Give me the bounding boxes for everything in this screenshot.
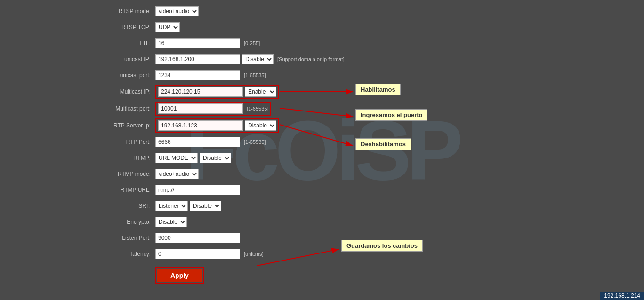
rtmp-controls: URL MODE Disable Enable bbox=[155, 153, 231, 163]
rtsp-mode-controls: video+audio bbox=[155, 6, 199, 16]
rtp-server-ip-highlight: 192.168.1.123 Disable Enable bbox=[155, 118, 279, 133]
multicast-ip-highlight: 224.120.120.15 Enable Disable bbox=[155, 85, 279, 99]
unicast-port-input[interactable]: 1234 bbox=[155, 70, 240, 80]
rtsp-tcp-label: RTSP TCP: bbox=[94, 24, 155, 31]
rtp-port-hint: [1-65535] bbox=[244, 139, 266, 145]
ttl-hint: [0-255] bbox=[244, 40, 260, 46]
rtmp-mode-label: RTMP mode: bbox=[94, 171, 155, 177]
listen-port-controls: 9000 bbox=[155, 233, 240, 243]
unicast-port-label: unicast port: bbox=[94, 72, 155, 79]
rtp-server-ip-input[interactable]: 192.168.1.123 bbox=[158, 120, 243, 131]
rtmp-mode-select[interactable]: video+audio bbox=[155, 169, 199, 179]
rtmp-select1[interactable]: URL MODE bbox=[155, 153, 198, 163]
unicast-ip-hint: [Support domain or ip format] bbox=[277, 56, 344, 62]
multicast-ip-input[interactable]: 224.120.120.15 bbox=[158, 87, 243, 97]
ttl-row: TTL: 16 [0-255] bbox=[94, 37, 635, 50]
latency-input[interactable]: 0 bbox=[155, 249, 240, 259]
rtmp-url-input[interactable]: rtmp:// bbox=[155, 185, 240, 195]
rtmp-select2[interactable]: Disable Enable bbox=[200, 153, 231, 163]
unicast-port-hint: [1-65535] bbox=[244, 72, 266, 78]
callout-deshabilitamos: Deshabilitamos bbox=[355, 138, 411, 150]
rtsp-tcp-select[interactable]: UDP TCP bbox=[155, 22, 180, 32]
multicast-port-input[interactable]: 10001 bbox=[158, 103, 243, 114]
latency-label: latency: bbox=[94, 251, 155, 257]
callout-guardamos: Guardamos los cambios bbox=[341, 240, 423, 252]
srt-select1[interactable]: Listener Caller bbox=[155, 201, 188, 211]
rtmp-label: RTMP: bbox=[94, 155, 155, 161]
multicast-ip-select[interactable]: Enable Disable bbox=[245, 87, 276, 97]
multicast-port-highlight: 10001 [1-65535] bbox=[155, 102, 271, 116]
multicast-ip-label: Multicast IP: bbox=[94, 88, 155, 95]
callout-habilitamos: Habilitamos bbox=[355, 84, 401, 95]
unicast-ip-row: unicast IP: 192.168.1.200 Disable Enable… bbox=[94, 53, 635, 66]
srt-controls: Listener Caller Disable Enable bbox=[155, 201, 221, 211]
ip-badge: 192.168.1.214 bbox=[600, 292, 644, 300]
srt-label: SRT: bbox=[94, 203, 155, 209]
rtmp-row: RTMP: URL MODE Disable Enable bbox=[94, 151, 635, 165]
encrypto-select[interactable]: Disable Enable bbox=[155, 217, 187, 227]
rtmp-url-controls: rtmp:// bbox=[155, 185, 240, 195]
unicast-port-controls: 1234 [1-65535] bbox=[155, 70, 266, 80]
unicast-ip-input[interactable]: 192.168.1.200 bbox=[155, 54, 240, 64]
multicast-port-label: Multicast port: bbox=[94, 105, 155, 112]
rtmp-url-label: RTMP URL: bbox=[94, 187, 155, 193]
rtp-server-ip-label: RTP Server Ip: bbox=[94, 122, 155, 129]
unicast-ip-label: unicast IP: bbox=[94, 56, 155, 63]
listen-port-label: Listen Port: bbox=[94, 235, 155, 241]
apply-button-container: Apply bbox=[155, 267, 204, 284]
rtp-port-label: RTP Port: bbox=[94, 139, 155, 145]
listen-port-input[interactable]: 9000 bbox=[155, 233, 240, 243]
unicast-ip-select[interactable]: Disable Enable bbox=[242, 54, 274, 64]
main-content: RTSP mode: video+audio RTSP TCP: UDP TCP… bbox=[0, 0, 644, 289]
ttl-input[interactable]: 16 bbox=[155, 38, 240, 48]
rtsp-mode-label: RTSP mode: bbox=[94, 8, 155, 15]
rtsp-tcp-controls: UDP TCP bbox=[155, 22, 180, 32]
callout-ingresamos: Ingresamos el puerto bbox=[355, 109, 427, 121]
rtmp-url-row: RTMP URL: rtmp:// bbox=[94, 183, 635, 197]
multicast-port-hint: [1-65535] bbox=[247, 106, 268, 111]
encrypto-label: Encrypto: bbox=[94, 219, 155, 225]
ttl-controls: 16 [0-255] bbox=[155, 38, 260, 48]
srt-row: SRT: Listener Caller Disable Enable bbox=[94, 199, 635, 213]
unicast-ip-controls: 192.168.1.200 Disable Enable [Support do… bbox=[155, 54, 344, 64]
unicast-port-row: unicast port: 1234 [1-65535] bbox=[94, 69, 635, 82]
rtsp-tcp-row: RTSP TCP: UDP TCP bbox=[94, 21, 635, 34]
encrypto-row: Encrypto: Disable Enable bbox=[94, 215, 635, 229]
rtp-port-controls: 6666 [1-65535] bbox=[155, 137, 266, 147]
rtmp-mode-row: RTMP mode: video+audio bbox=[94, 167, 635, 181]
encrypto-controls: Disable Enable bbox=[155, 217, 187, 227]
latency-hint: [unit:ms] bbox=[244, 251, 264, 257]
srt-select2[interactable]: Disable Enable bbox=[190, 201, 221, 211]
rtmp-mode-controls: video+audio bbox=[155, 169, 199, 179]
latency-controls: 0 [unit:ms] bbox=[155, 249, 264, 259]
rtsp-mode-select[interactable]: video+audio bbox=[155, 6, 199, 16]
rtp-port-input[interactable]: 6666 bbox=[155, 137, 240, 147]
rtsp-mode-row: RTSP mode: video+audio bbox=[94, 5, 635, 18]
rtp-server-ip-select[interactable]: Disable Enable bbox=[245, 120, 276, 131]
apply-button[interactable]: Apply bbox=[157, 269, 202, 282]
ttl-label: TTL: bbox=[94, 40, 155, 47]
